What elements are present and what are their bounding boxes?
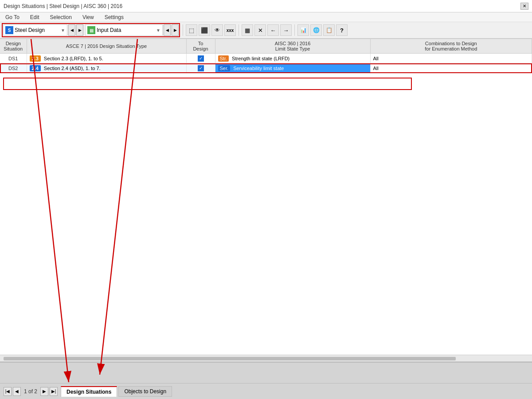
page-first-btn[interactable]: |◀ [4, 387, 12, 396]
col-combinations: Combinations to Designfor Enumeration Me… [370, 39, 532, 54]
content-area: S Steel Design ▼ ◀ ▶ ▦ Input Data ▼ ◀ ▶ [0, 22, 532, 382]
ds1-type: 2.3 Section 2.3 (LRFD), 1. to 5. [27, 54, 186, 63]
col-limit-state: AISC 360 | 2016Limit State Type [215, 39, 370, 54]
print-btn[interactable]: 📋 [323, 24, 335, 36]
help-btn[interactable]: ? [336, 24, 348, 36]
ds1-checkbox[interactable]: ✓ [186, 54, 215, 63]
steel-design-arrow: ▼ [61, 28, 65, 33]
pointer-tool-btn[interactable]: ⬛ [199, 24, 210, 36]
steel-design-label: Steel Design [15, 27, 59, 33]
ds1-combinations: All [370, 54, 532, 63]
page-last-btn[interactable]: ▶| [50, 387, 58, 396]
arrow-right-btn[interactable]: → [280, 24, 292, 36]
grid-btn[interactable]: ▦ [242, 24, 253, 36]
toolbar-highlighted-group: S Steel Design ▼ ◀ ▶ ▦ Input Data ▼ ◀ ▶ [2, 23, 180, 37]
window-title: Design Situations | Steel Design | AISC … [4, 3, 122, 9]
menu-bar: Go To Edit Selection View Settings [0, 12, 532, 22]
tab-objects-to-design[interactable]: Objects to Design [118, 386, 172, 397]
toolbar: S Steel Design ▼ ◀ ▶ ▦ Input Data ▼ ◀ ▶ [0, 22, 532, 39]
arrow-left-btn[interactable]: ← [267, 24, 279, 36]
ds1-limit-state: Str. Strength limit state (LRFD) [215, 54, 370, 63]
ds2-combinations: All [370, 63, 532, 73]
design-situations-table: DesignSituation ASCE 7 | 2016 Design Sit… [0, 39, 532, 73]
ds2-checkbox[interactable]: ✓ [186, 63, 215, 73]
page-prev-btn[interactable]: ◀ [13, 387, 21, 396]
close-button[interactable]: ✕ [520, 3, 528, 10]
table-row[interactable]: DS1 2.3 Section 2.3 (LRFD), 1. to 5. ✓ S… [0, 54, 532, 63]
col-design-situation: DesignSituation [0, 39, 27, 54]
tab-bar: |◀ ◀ 1 of 2 ▶ ▶| Design Situations Objec… [0, 383, 532, 399]
toolbar-separator-1 [183, 24, 183, 36]
excel-btn[interactable]: 📊 [297, 24, 309, 36]
view-btn[interactable]: 👁 [211, 24, 223, 36]
select-tool-btn[interactable]: ⬚ [186, 24, 197, 36]
steel-design-dropdown[interactable]: S Steel Design ▼ [3, 24, 67, 36]
dropdown2-prev[interactable]: ◀ [164, 24, 171, 36]
input-data-label: Input Data [97, 27, 155, 33]
input-data-icon: ▦ [87, 26, 95, 34]
input-data-dropdown[interactable]: ▦ Input Data ▼ [85, 24, 163, 36]
tab-design-situations[interactable]: Design Situations [61, 386, 117, 397]
web-btn[interactable]: 🌐 [310, 24, 322, 36]
toolbar-separator-2 [239, 24, 239, 36]
menu-edit[interactable]: Edit [28, 14, 41, 21]
horizontal-scrollbar[interactable] [0, 355, 532, 362]
values-btn[interactable]: xxx [224, 24, 236, 36]
menu-goto[interactable]: Go To [4, 14, 21, 21]
table-header-row: DesignSituation ASCE 7 | 2016 Design Sit… [0, 39, 532, 54]
menu-settings[interactable]: Settings [103, 14, 125, 21]
scrollbar-thumb [4, 357, 456, 360]
window-controls[interactable]: ✕ [520, 3, 528, 10]
title-bar: Design Situations | Steel Design | AISC … [0, 0, 532, 12]
menu-selection[interactable]: Selection [48, 14, 74, 21]
ds2-limit-state: Ser. Serviceability limit state [215, 63, 370, 73]
delete-btn[interactable]: ✕ [254, 24, 266, 36]
table-body: DS1 2.3 Section 2.3 (LRFD), 1. to 5. ✓ S… [0, 54, 532, 73]
table-wrapper: DesignSituation ASCE 7 | 2016 Design Sit… [0, 39, 532, 382]
ds2-id: DS2 [0, 63, 27, 73]
col-asce-type: ASCE 7 | 2016 Design Situation Type [27, 39, 186, 54]
status-bar [0, 362, 532, 383]
steel-design-icon: S [5, 26, 13, 34]
col-to-design: ToDesign [186, 39, 215, 54]
ds1-id: DS1 [0, 54, 27, 63]
table-row[interactable]: DS2 2.4 Section 2.4 (ASD), 1. to 7. ✓ Se… [0, 63, 532, 73]
toolbar-separator-3 [294, 24, 295, 36]
input-data-arrow: ▼ [156, 28, 160, 33]
dropdown1-prev[interactable]: ◀ [68, 24, 75, 36]
menu-view[interactable]: View [81, 14, 96, 21]
page-next-btn[interactable]: ▶ [40, 387, 48, 396]
page-indicator: 1 of 2 [22, 388, 39, 395]
dropdown1-next[interactable]: ▶ [76, 24, 83, 36]
ds2-type: 2.4 Section 2.4 (ASD), 1. to 7. [27, 63, 186, 73]
dropdown2-next[interactable]: ▶ [172, 24, 179, 36]
